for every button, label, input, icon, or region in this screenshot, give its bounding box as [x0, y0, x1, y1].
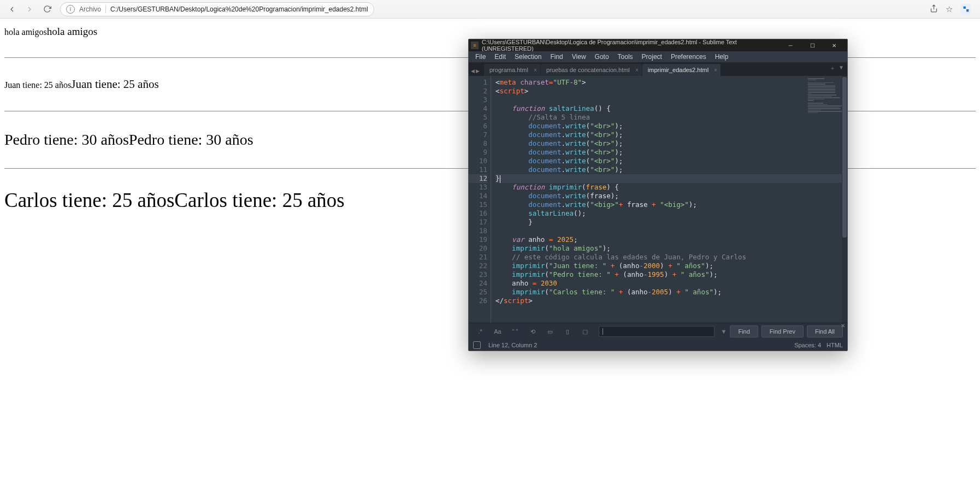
code-line[interactable]: var anho = 2025; [495, 235, 847, 244]
tab-next-icon[interactable]: ▶ [476, 68, 480, 74]
editor-area[interactable]: 1234567891011121314151617181920212223242… [469, 76, 847, 323]
line-number[interactable]: 15 [469, 200, 487, 209]
find-case-icon[interactable]: Aa [491, 325, 505, 337]
status-syntax[interactable]: HTML [826, 342, 843, 348]
line-number[interactable]: 2 [469, 87, 487, 96]
line-number[interactable]: 10 [469, 157, 487, 165]
tab-menu-button[interactable]: ▼ [839, 64, 844, 72]
line-number[interactable]: 7 [469, 131, 487, 139]
code-line[interactable]: document.write("<br>"); [495, 131, 847, 139]
minimap[interactable] [808, 78, 842, 144]
tab-imprimir-edades2-html[interactable]: imprimir_edades2.html× [642, 64, 721, 76]
code-line[interactable]: document.write("<br>"); [495, 139, 847, 148]
find-highlight-icon[interactable]: ▯ [560, 325, 575, 337]
menu-project[interactable]: Project [639, 52, 665, 62]
line-number[interactable]: 16 [469, 209, 487, 218]
tab-close-icon[interactable]: × [714, 67, 717, 73]
code-line[interactable]: <script> [495, 87, 847, 96]
line-gutter[interactable]: 1234567891011121314151617181920212223242… [469, 76, 491, 323]
find-regex-icon[interactable]: .* [473, 325, 487, 337]
status-spaces[interactable]: Spaces: 4 [794, 342, 821, 348]
line-number[interactable]: 8 [469, 139, 487, 148]
address-bar[interactable]: i Archivo C:/Users/GESTURBAN/Desktop/Log… [60, 2, 374, 16]
code-line[interactable]: } [495, 174, 847, 183]
code-line[interactable] [495, 96, 847, 104]
code-line[interactable]: document.write("<big>"+ frase + "<big>")… [495, 200, 847, 209]
line-number[interactable]: 1 [469, 78, 487, 87]
code-line[interactable]: <meta charset="UTF-8"> [495, 78, 847, 87]
line-number[interactable]: 23 [469, 270, 487, 279]
find-selection-icon[interactable]: ▭ [543, 325, 557, 337]
code-line[interactable]: imprimir("Pedro tiene: " + (anho-1995) +… [495, 270, 847, 279]
code-line[interactable] [495, 227, 847, 235]
status-position[interactable]: Line 12, Column 2 [488, 342, 537, 348]
maximize-button[interactable]: ☐ [801, 39, 823, 51]
code-line[interactable]: imprimir("hola amigos"); [495, 244, 847, 253]
line-number[interactable]: 13 [469, 183, 487, 192]
line-number[interactable]: 4 [469, 104, 487, 113]
line-number[interactable]: 22 [469, 262, 487, 270]
find-word-icon[interactable]: “ ” [508, 325, 522, 337]
menu-preferences[interactable]: Preferences [668, 52, 710, 62]
code-line[interactable]: anho = 2030 [495, 279, 847, 288]
code-line[interactable]: document.write("<hr>"); [495, 148, 847, 157]
code-line[interactable]: } [495, 218, 847, 227]
tab-close-icon[interactable]: × [635, 67, 639, 73]
code-line[interactable]: //Salta 5 linea [495, 113, 847, 122]
close-button[interactable]: ✕ [823, 39, 845, 51]
tab-prev-icon[interactable]: ◀ [471, 68, 475, 74]
line-number[interactable]: 17 [469, 218, 487, 227]
find-input[interactable] [599, 326, 715, 337]
reload-button[interactable] [39, 2, 55, 17]
line-number[interactable]: 19 [469, 235, 487, 244]
code-line[interactable]: imprimir("Carlos tiene: " + (anho-2005) … [495, 288, 847, 297]
scrollbar-thumb[interactable] [842, 77, 847, 238]
back-button[interactable] [4, 2, 20, 17]
line-number[interactable]: 11 [469, 165, 487, 174]
extension-icon[interactable] [960, 4, 971, 15]
menu-selection[interactable]: Selection [511, 52, 545, 62]
code-area[interactable]: <meta charset="UTF-8"><script> function … [491, 76, 847, 323]
find-panel-icon[interactable]: ▢ [578, 325, 592, 337]
menu-file[interactable]: File [472, 52, 489, 62]
minimize-button[interactable]: ─ [780, 39, 801, 51]
line-number[interactable]: 3 [469, 96, 487, 104]
find-wrap-icon[interactable]: ⟲ [526, 325, 540, 337]
find-prev-button[interactable]: Find Prev [761, 325, 804, 337]
tab-close-icon[interactable]: × [534, 67, 537, 73]
line-number[interactable]: 24 [469, 279, 487, 288]
code-line[interactable]: </script> [495, 297, 847, 305]
line-number[interactable]: 9 [469, 148, 487, 157]
code-line[interactable]: // este código calcula las edades de Jua… [495, 253, 847, 262]
forward-button[interactable] [22, 2, 37, 17]
code-line[interactable]: imprimir("Juan tiene: " + (anho-2000) + … [495, 262, 847, 270]
status-panel-icon[interactable] [473, 341, 481, 349]
code-line[interactable]: document.write("<br>"); [495, 165, 847, 174]
find-close-icon[interactable]: ✕ [841, 323, 845, 329]
code-line[interactable]: document.write(frase); [495, 192, 847, 200]
menu-tools[interactable]: Tools [615, 52, 636, 62]
code-line[interactable]: document.write("<br>"); [495, 157, 847, 165]
find-all-button[interactable]: Find All [807, 325, 843, 337]
code-line[interactable]: function saltarLinea() { [495, 104, 847, 113]
menu-view[interactable]: View [569, 52, 589, 62]
share-icon[interactable] [930, 4, 938, 14]
code-line[interactable]: function imprimir(frase) { [495, 183, 847, 192]
line-number[interactable]: 18 [469, 227, 487, 235]
line-number[interactable]: 14 [469, 192, 487, 200]
new-tab-button[interactable]: ＋ [830, 64, 835, 72]
line-number[interactable]: 21 [469, 253, 487, 262]
titlebar[interactable]: ≡ C:\Users\GESTURBAN\Desktop\Logica de P… [469, 39, 847, 51]
tab-pruebas-de-concatenacion-html[interactable]: pruebas de concatenacion.html× [541, 64, 642, 76]
bookmark-icon[interactable]: ☆ [946, 4, 953, 14]
find-button[interactable]: Find [730, 325, 758, 337]
menu-goto[interactable]: Goto [592, 52, 612, 62]
tab-programa-html[interactable]: programa.html× [484, 64, 540, 76]
menu-edit[interactable]: Edit [491, 52, 509, 62]
scrollbar[interactable] [842, 76, 847, 323]
line-number[interactable]: 20 [469, 244, 487, 253]
line-number[interactable]: 12 [469, 174, 487, 183]
site-info-icon[interactable]: i [66, 5, 75, 14]
code-line[interactable]: document.write("<br>"); [495, 122, 847, 131]
code-line[interactable]: saltarLinea(); [495, 209, 847, 218]
